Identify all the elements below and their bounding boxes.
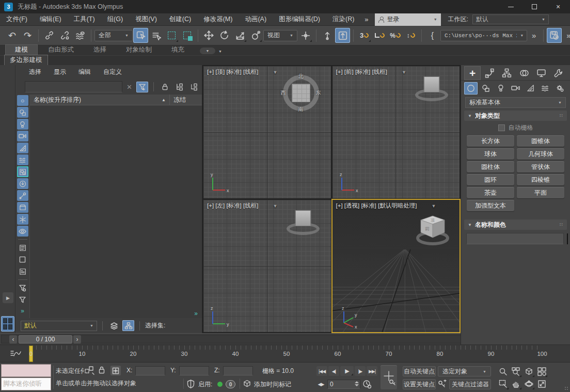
primitive-category-dropdown[interactable]: 标准基本体 — [465, 97, 566, 108]
name-column-header[interactable]: 名称(按升序排序) — [30, 95, 170, 105]
display-space-warps-icon[interactable] — [17, 154, 28, 165]
toolbar-overflow-chevron-icon[interactable] — [528, 31, 540, 40]
box-button[interactable]: 长方体 — [467, 135, 514, 147]
auto-key-button[interactable]: 自动关键点 — [403, 366, 436, 377]
absolute-mode-toggle[interactable] — [110, 366, 121, 375]
key-mode-toggle[interactable]: ◀▶ — [316, 379, 325, 389]
subtab-systems[interactable] — [553, 82, 567, 95]
tab-modify[interactable] — [481, 66, 498, 80]
toolbar-overflow-chevron-icon[interactable] — [562, 31, 570, 40]
compass-west-label[interactable]: 西 — [281, 89, 286, 97]
previous-frame-arrow[interactable]: ‹ — [9, 335, 17, 343]
select-and-move-button[interactable] — [201, 28, 216, 43]
display-circle-icon[interactable]: ○ — [17, 95, 28, 106]
ribbon-tab-modeling[interactable]: 建模 — [5, 44, 38, 55]
viewport-layout-button[interactable] — [1, 316, 14, 332]
teapot-button[interactable]: 茶壶 — [467, 187, 514, 198]
compass-north-label[interactable]: 北 — [298, 73, 304, 80]
expand-panel-button[interactable]: ▶ — [3, 292, 13, 303]
scene-explorer-rows[interactable] — [30, 105, 202, 318]
unlink-selection-button[interactable] — [57, 28, 72, 43]
tab-hierarchy[interactable] — [499, 66, 515, 80]
expand-children-button[interactable] — [173, 82, 185, 92]
explorer-menu-select[interactable]: 选择 — [29, 68, 41, 76]
reference-coordinate-dropdown[interactable]: 视图 — [263, 30, 297, 41]
viewcube-face[interactable] — [424, 76, 440, 92]
key-filters-button[interactable]: 关键点过滤器.. — [449, 379, 491, 389]
menu-tools[interactable]: 工具(T) — [68, 13, 101, 25]
menu-file[interactable]: 文件(F) — [0, 13, 34, 25]
menu-create[interactable]: 创建(C) — [163, 13, 197, 25]
enable-status-dot[interactable] — [217, 382, 223, 387]
set-keys-button[interactable] — [381, 365, 397, 389]
next-frame-button[interactable]: |▶ — [355, 366, 366, 376]
viewport-top[interactable]: [+] [顶] [标准] [线框] 北 南 西 东 x y — [203, 66, 331, 198]
redo-button[interactable]: ↷ — [20, 28, 35, 43]
viewcube-face[interactable] — [292, 84, 310, 102]
object-properties-icon[interactable] — [17, 266, 28, 277]
named-selection-sets-button[interactable]: { — [425, 28, 440, 43]
current-frame-spinner[interactable]: 0 — [327, 380, 360, 389]
frozen-column-header[interactable]: 冻结 — [170, 95, 202, 105]
set-key-button[interactable]: 设置关键点 — [403, 379, 436, 389]
subtab-space-warps[interactable] — [539, 82, 552, 95]
display-influences-icon[interactable] — [17, 242, 28, 253]
viewport-top-label[interactable]: [+] [顶] [标准] [线框] — [207, 68, 258, 76]
ribbon-tab-object-paint[interactable]: 对象绘制 — [117, 45, 161, 55]
subtab-helpers[interactable] — [524, 82, 537, 95]
keyboard-shortcut-override-button[interactable] — [335, 28, 350, 43]
viewcube[interactable] — [415, 74, 448, 104]
chevron-down-icon[interactable]: ▼ — [218, 50, 222, 53]
menu-animation[interactable]: 动画(A) — [239, 13, 273, 25]
select-and-place-button[interactable] — [248, 28, 263, 43]
viewport-menu-icon[interactable] — [273, 70, 277, 75]
viewport-perspective[interactable]: [+] [透视] [标准] [默认明暗处理] 前 顶 z x y — [332, 200, 460, 332]
adaptive-degradation-toggle[interactable] — [187, 380, 195, 388]
maxscript-mini-listener[interactable]: 脚本迷你侦听 — [1, 378, 51, 390]
viewcube-face[interactable] — [295, 210, 311, 226]
display-bones-icon[interactable] — [17, 190, 28, 201]
snaps-toggle-button[interactable]: 3 — [357, 28, 372, 43]
geosphere-button[interactable]: 几何球体 — [517, 148, 564, 160]
select-and-rotate-button[interactable] — [217, 28, 232, 43]
ribbon-minimize-toggle[interactable]: ▼ — [200, 48, 215, 54]
minimize-button[interactable] — [499, 0, 522, 13]
cylinder-button[interactable]: 圆柱体 — [467, 161, 514, 173]
tab-motion[interactable] — [516, 66, 532, 80]
hierarchy-view-button[interactable] — [122, 320, 134, 331]
display-helpers-icon[interactable] — [17, 143, 28, 153]
viewport-menu-icon[interactable] — [431, 203, 436, 209]
next-frame-arrow[interactable]: › — [73, 335, 81, 343]
text-plus-button[interactable]: 加强型文本 — [467, 200, 514, 211]
mini-curve-editor-button[interactable] — [8, 349, 23, 359]
collapse-children-button[interactable] — [188, 82, 200, 92]
zoom-region-button[interactable] — [497, 378, 509, 390]
viewport-left[interactable]: [+] [左] [标准] [线框] y z — [203, 200, 331, 332]
ribbon-tab-selection[interactable]: 选择 — [84, 45, 116, 55]
maximize-viewport-toggle[interactable] — [535, 378, 548, 390]
app-icon[interactable]: 3 — [4, 3, 13, 11]
menu-views[interactable]: 视图(V) — [129, 13, 163, 25]
pyramid-button[interactable]: 四棱锥 — [517, 174, 564, 185]
viewport-front[interactable]: [+] [前] [标准] [线框] x z — [332, 66, 460, 198]
viewcube[interactable]: 北 南 西 东 — [280, 72, 322, 114]
select-and-scale-button[interactable] — [232, 28, 247, 43]
explorer-menu-display[interactable]: 显示 — [54, 68, 66, 76]
menu-graph-editors[interactable]: 图形编辑器(D) — [273, 13, 326, 25]
key-filter-scope-dropdown[interactable]: 选定对象 — [438, 366, 491, 377]
login-dropdown[interactable]: 登录 — [375, 13, 441, 26]
display-lights-icon[interactable] — [17, 119, 28, 130]
menu-overflow-chevron-icon[interactable] — [360, 15, 372, 23]
bind-to-space-warp-button[interactable] — [73, 28, 88, 43]
window-crossing-button[interactable] — [180, 28, 195, 43]
torus-button[interactable]: 圆环 — [467, 174, 514, 185]
menu-group[interactable]: 组(G) — [101, 13, 130, 25]
maximize-button[interactable] — [522, 0, 546, 13]
viewcube[interactable] — [287, 208, 320, 238]
viewport-front-label[interactable]: [+] [前] [标准] [线框] — [336, 68, 387, 76]
select-object-button[interactable] — [133, 28, 148, 43]
workspace-dropdown[interactable]: 默认 — [472, 14, 549, 24]
autogrid-checkbox[interactable] — [498, 124, 505, 131]
explorer-menu-customize[interactable]: 自定义 — [103, 68, 122, 76]
select-and-manipulate-button[interactable] — [320, 28, 335, 43]
